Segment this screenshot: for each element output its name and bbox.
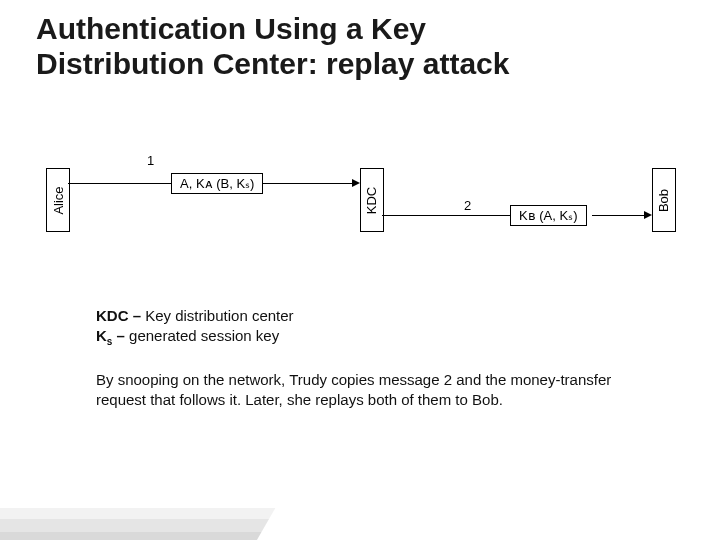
title-line-1: Authentication Using a Key [36,12,426,45]
actor-kdc-label: KDC [365,186,380,213]
protocol-diagram: Alice KDC Bob 1 A, Kᴀ (B, Kₛ) 2 Kʙ (A, K… [36,150,684,280]
def-kdc: KDC – Key distribution center [96,306,294,326]
step-number-1: 1 [147,153,154,168]
def-ks: Ks – generated session key [96,326,294,349]
arrow-2-segment-b [592,215,644,216]
arrow-1-head [352,179,360,187]
actor-alice-label: Alice [51,186,66,214]
arrow-2-segment-a [382,215,510,216]
slide-decor-stripes [0,420,326,540]
actor-bob: Bob [652,168,676,232]
page-title: Authentication Using a Key Distribution … [36,12,509,81]
message-1-payload: A, Kᴀ (B, Kₛ) [171,173,263,194]
actor-bob-label: Bob [657,188,672,211]
def-ks-label: K [96,327,107,344]
def-kdc-text: Key distribution center [141,307,294,324]
definitions-block: KDC – Key distribution center Ks – gener… [96,306,294,349]
arrow-1-segment-a [68,183,171,184]
message-2-payload: Kʙ (A, Kₛ) [510,205,587,226]
def-ks-dash: – [112,327,125,344]
def-ks-text: generated session key [125,327,279,344]
actor-kdc: KDC [360,168,384,232]
actor-alice: Alice [46,168,70,232]
step-number-2: 2 [464,198,471,213]
arrow-1-segment-b [263,183,352,184]
arrow-2-head [644,211,652,219]
explanation-paragraph: By snooping on the network, Trudy copies… [96,370,636,411]
title-line-2: Distribution Center: replay attack [36,47,509,80]
def-kdc-label: KDC – [96,307,141,324]
